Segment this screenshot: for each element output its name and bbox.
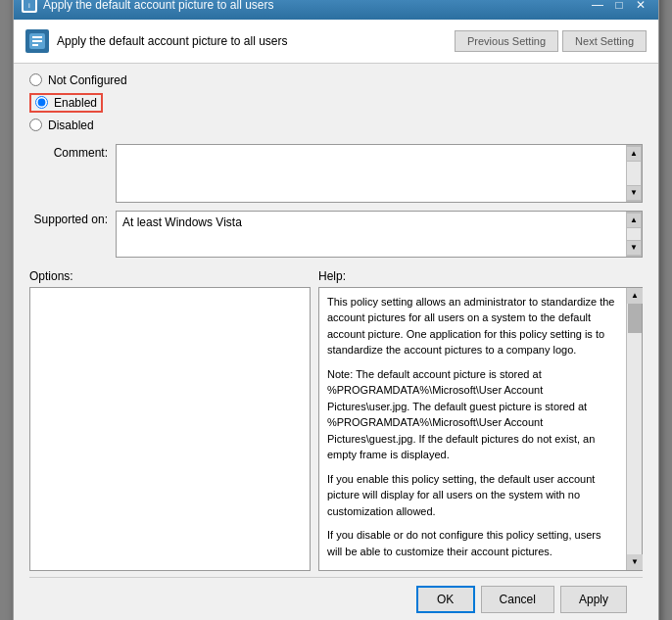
supported-scroll-down[interactable]: ▼ bbox=[626, 240, 642, 256]
cancel-button[interactable]: Cancel bbox=[481, 586, 554, 613]
previous-setting-button[interactable]: Previous Setting bbox=[455, 30, 558, 52]
help-scrollbar: ▲ ▼ bbox=[626, 288, 642, 570]
supported-label: Supported on: bbox=[29, 211, 108, 226]
help-section: Help: This policy setting allows an admi… bbox=[318, 269, 643, 571]
not-configured-label: Not Configured bbox=[48, 73, 127, 87]
ok-button[interactable]: OK bbox=[416, 586, 475, 613]
comment-label: Comment: bbox=[29, 144, 108, 160]
header-buttons: Previous Setting Next Setting bbox=[455, 30, 647, 52]
radio-section: Not Configured Enabled Disabled bbox=[29, 73, 643, 132]
scroll-thumb bbox=[628, 304, 642, 333]
not-configured-option[interactable]: Not Configured bbox=[29, 73, 643, 87]
dialog-header: Apply the default account picture to all… bbox=[14, 20, 658, 64]
supported-row: Supported on: At least Windows Vista ▲ ▼ bbox=[29, 211, 643, 258]
maximize-button[interactable]: □ bbox=[609, 0, 629, 15]
comment-wrapper: ▲ ▼ bbox=[116, 144, 643, 203]
main-dialog: i Apply the default account picture to a… bbox=[13, 0, 659, 620]
comment-scrollbar: ▲ ▼ bbox=[626, 145, 642, 202]
comment-scroll-up[interactable]: ▲ bbox=[626, 146, 642, 162]
header-title: Apply the default account picture to all… bbox=[57, 34, 287, 48]
comment-input[interactable] bbox=[117, 145, 626, 202]
disabled-radio[interactable] bbox=[29, 119, 42, 131]
svg-rect-3 bbox=[32, 36, 42, 38]
not-configured-radio[interactable] bbox=[29, 73, 42, 86]
title-bar-left: i Apply the default account picture to a… bbox=[22, 0, 273, 13]
title-bar-text: Apply the default account picture to all… bbox=[43, 0, 273, 12]
svg-rect-5 bbox=[32, 44, 38, 46]
fields-area: Comment: ▲ ▼ Supported on: At bbox=[29, 144, 643, 265]
options-help-row: Options: Help: This policy setting allow… bbox=[29, 269, 643, 571]
enabled-option[interactable]: Enabled bbox=[29, 93, 643, 113]
supported-scroll-up[interactable]: ▲ bbox=[626, 213, 642, 228]
comment-row: Comment: ▲ ▼ bbox=[29, 144, 643, 203]
dialog-header-left: Apply the default account picture to all… bbox=[25, 29, 287, 53]
supported-text: At least Windows Vista bbox=[122, 215, 242, 229]
dialog-icon: i bbox=[22, 0, 37, 13]
disabled-label: Disabled bbox=[48, 119, 94, 132]
title-bar: i Apply the default account picture to a… bbox=[14, 0, 658, 20]
help-paragraph-2: Note: The default account picture is sto… bbox=[327, 366, 618, 463]
apply-button[interactable]: Apply bbox=[560, 586, 627, 613]
minimize-button[interactable]: — bbox=[588, 0, 607, 15]
help-paragraph-3: If you enable this policy setting, the d… bbox=[327, 471, 618, 520]
supported-value: At least Windows Vista bbox=[117, 212, 626, 257]
supported-scrollbar: ▲ ▼ bbox=[626, 212, 642, 257]
help-paragraph-4: If you disable or do not configure this … bbox=[327, 527, 618, 559]
enabled-radio[interactable] bbox=[35, 96, 48, 109]
content-area: Comment: ▲ ▼ Supported on: At bbox=[29, 144, 643, 265]
dialog-body: Not Configured Enabled Disabled Comment: bbox=[14, 64, 658, 621]
close-button[interactable]: ✕ bbox=[631, 0, 650, 15]
next-setting-button[interactable]: Next Setting bbox=[562, 30, 647, 52]
help-label: Help: bbox=[318, 269, 643, 283]
dialog-footer: OK Cancel Apply bbox=[29, 577, 643, 621]
options-box bbox=[29, 287, 311, 571]
svg-rect-4 bbox=[32, 40, 42, 42]
svg-text:i: i bbox=[28, 1, 30, 10]
disabled-option[interactable]: Disabled bbox=[29, 119, 643, 132]
help-box: This policy setting allows an administra… bbox=[318, 287, 643, 571]
title-bar-controls: — □ ✕ bbox=[588, 0, 650, 15]
scroll-thumb-area bbox=[627, 304, 642, 554]
options-label: Options: bbox=[29, 269, 311, 283]
help-scroll-up[interactable]: ▲ bbox=[627, 288, 643, 304]
supported-wrapper: At least Windows Vista ▲ ▼ bbox=[116, 211, 643, 258]
help-text: This policy setting allows an administra… bbox=[319, 288, 626, 570]
help-scroll-down[interactable]: ▼ bbox=[627, 554, 643, 570]
enabled-box: Enabled bbox=[29, 93, 103, 113]
enabled-label: Enabled bbox=[54, 96, 97, 110]
options-section: Options: bbox=[29, 269, 318, 571]
header-policy-icon bbox=[25, 29, 49, 53]
comment-scroll-down[interactable]: ▼ bbox=[626, 185, 642, 201]
help-paragraph-1: This policy setting allows an administra… bbox=[327, 294, 618, 358]
